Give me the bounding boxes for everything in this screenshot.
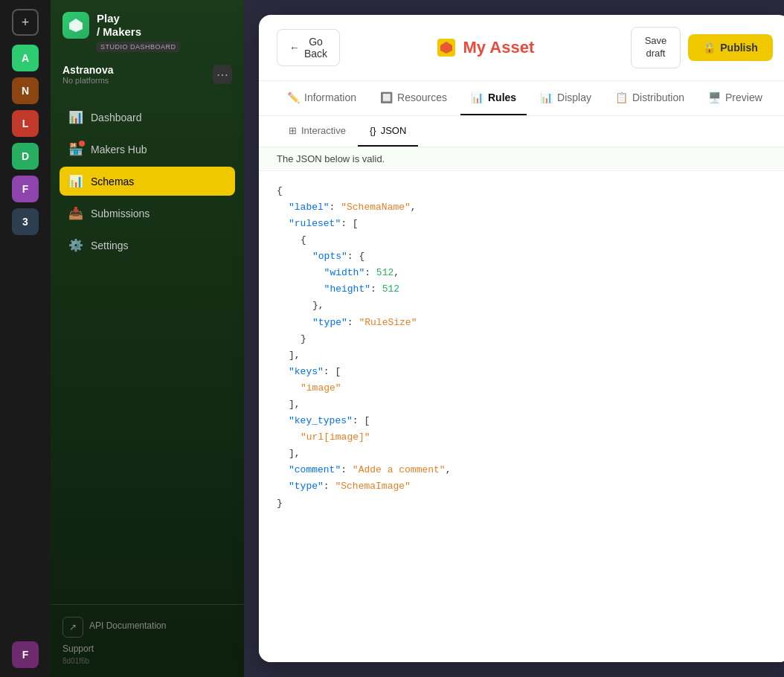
- tab-display-label: Display: [557, 92, 591, 103]
- tab-distribution[interactable]: 📋 Distribution: [605, 81, 695, 115]
- notification-badge: [79, 141, 85, 147]
- tab-preview-label: Preview: [725, 92, 762, 103]
- sidebar-item-settings-label: Settings: [91, 240, 129, 251]
- sidebar-api-section: ↗ API Documentation: [62, 617, 232, 638]
- avatar-d[interactable]: D: [12, 143, 39, 170]
- sidebar-item-makers-hub-label: Makers Hub: [91, 144, 147, 155]
- avatar-f2[interactable]: F: [12, 641, 39, 668]
- tab-rules[interactable]: 📊 Rules: [460, 81, 527, 115]
- asset-name: My Asset: [463, 38, 534, 57]
- brand-badge: STUDIO DASHBOARD: [97, 42, 180, 52]
- asset-title: My Asset: [436, 37, 534, 58]
- validity-banner: The JSON below is valid.: [259, 147, 784, 171]
- avatar-3[interactable]: 3: [12, 208, 39, 235]
- tab-rules-label: Rules: [488, 92, 516, 103]
- publish-button[interactable]: 🔒 Publish: [688, 34, 773, 61]
- sidebar-item-settings[interactable]: ⚙️ Settings: [60, 231, 235, 260]
- preview-icon: 🖥️: [708, 92, 721, 103]
- resources-icon: 🔲: [380, 92, 393, 103]
- tab-distribution-label: Distribution: [632, 92, 684, 103]
- svg-marker-0: [69, 19, 83, 32]
- publish-label: Publish: [720, 42, 758, 54]
- validity-message: The JSON below is valid.: [277, 153, 385, 164]
- dashboard-icon: 📊: [68, 110, 83, 124]
- user-hash: 8d01f6b: [62, 657, 232, 665]
- sidebar-item-submissions[interactable]: 📥 Submissions: [60, 199, 235, 228]
- rules-icon: 📊: [471, 92, 483, 103]
- sidebar-item-schemas-label: Schemas: [91, 176, 134, 187]
- save-draft-button[interactable]: Savedraft: [631, 27, 681, 68]
- back-button[interactable]: ← GoBack: [277, 29, 340, 66]
- avatar-a[interactable]: A: [12, 45, 39, 71]
- main-content: ← GoBack My Asset Savedraft 🔒 Publish: [244, 0, 784, 677]
- brand-logo: [62, 12, 89, 39]
- tab-resources-label: Resources: [397, 92, 447, 103]
- tab-display[interactable]: 📊 Display: [530, 81, 602, 115]
- information-icon: ✏️: [287, 92, 300, 103]
- avatar-f[interactable]: F: [12, 176, 39, 202]
- sidebar-username: Astranova: [62, 64, 113, 76]
- brand-name: Play/ Makers: [97, 12, 180, 39]
- interactive-icon: ⊞: [289, 125, 297, 136]
- avatar-n[interactable]: N: [12, 77, 39, 104]
- header-actions: Savedraft 🔒 Publish: [631, 27, 773, 68]
- sidebar-brand: Play/ Makers STUDIO DASHBOARD: [51, 0, 244, 58]
- sidebar-item-submissions-label: Submissions: [91, 208, 150, 219]
- tab-information[interactable]: ✏️ Information: [277, 81, 367, 115]
- add-button[interactable]: +: [12, 9, 39, 36]
- submissions-icon: 📥: [68, 206, 83, 220]
- sub-tab-interactive-label: Interactive: [301, 125, 346, 136]
- sub-tabs: ⊞ Interactive {} JSON: [259, 116, 784, 147]
- tab-information-label: Information: [304, 92, 356, 103]
- sidebar-menu-button[interactable]: ⋯: [213, 65, 232, 84]
- back-arrow-icon: ←: [289, 42, 300, 54]
- api-icon: ↗: [62, 617, 83, 638]
- json-icon: {}: [370, 125, 376, 136]
- card: ← GoBack My Asset Savedraft 🔒 Publish: [259, 15, 784, 662]
- sidebar-item-makers-hub[interactable]: 🏪 Makers Hub: [60, 135, 235, 164]
- avatar-l[interactable]: L: [12, 110, 39, 137]
- code-area[interactable]: { "label": "SchemaName", "ruleset": [ { …: [259, 171, 784, 662]
- support-link[interactable]: Support: [62, 644, 232, 654]
- sidebar-nav: 📊 Dashboard 🏪 Makers Hub 📊 Schemas 📥 Sub…: [51, 97, 244, 604]
- sidebar-user: Astranova No platforms ⋯: [51, 58, 244, 97]
- api-doc-link[interactable]: API Documentation: [89, 620, 166, 631]
- sub-tab-json-label: JSON: [381, 125, 407, 136]
- display-icon: 📊: [540, 92, 553, 103]
- lock-icon: 🔒: [703, 42, 716, 54]
- asset-icon: [436, 37, 457, 58]
- sidebar-subtitle: No platforms: [62, 76, 113, 85]
- sidebar-item-dashboard-label: Dashboard: [91, 112, 142, 123]
- sub-tab-json[interactable]: {} JSON: [358, 116, 418, 147]
- settings-icon: ⚙️: [68, 238, 83, 252]
- sidebar-item-dashboard[interactable]: 📊 Dashboard: [60, 103, 235, 132]
- tab-preview[interactable]: 🖥️ Preview: [698, 81, 773, 115]
- schemas-icon: 📊: [68, 174, 83, 188]
- card-header: ← GoBack My Asset Savedraft 🔒 Publish: [259, 15, 784, 81]
- back-label: GoBack: [304, 36, 327, 60]
- icon-bar: + A N L D F 3 F: [0, 0, 51, 677]
- sidebar: Play/ Makers STUDIO DASHBOARD Astranova …: [51, 0, 244, 677]
- main-tabs: ✏️ Information 🔲 Resources 📊 Rules 📊 Dis…: [259, 81, 784, 116]
- distribution-icon: 📋: [615, 92, 628, 103]
- sidebar-bottom: ↗ API Documentation Support 8d01f6b: [51, 604, 244, 677]
- sub-tab-interactive[interactable]: ⊞ Interactive: [277, 116, 358, 147]
- tab-resources[interactable]: 🔲 Resources: [370, 81, 457, 115]
- sidebar-item-schemas[interactable]: 📊 Schemas: [60, 167, 235, 196]
